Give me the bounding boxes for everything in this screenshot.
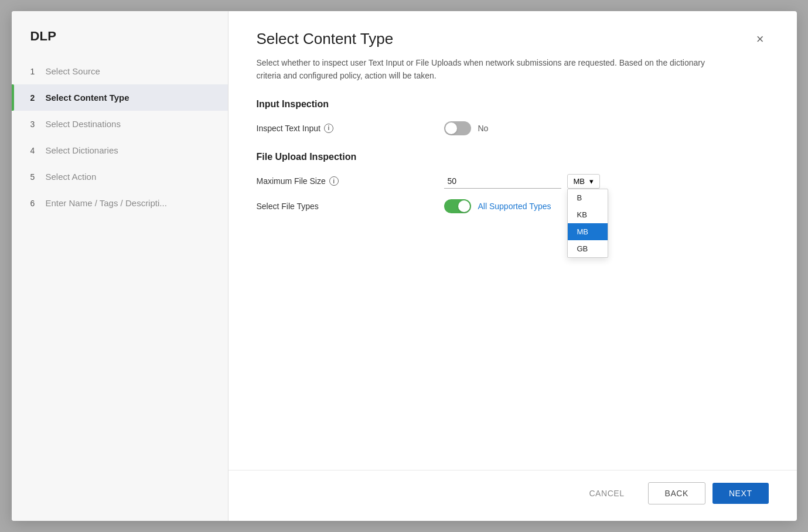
inspect-text-label: Inspect Text Input i: [257, 124, 444, 133]
sidebar-item-select-content-type[interactable]: 2 Select Content Type: [12, 84, 228, 111]
inspect-text-row: Inspect Text Input i No: [257, 121, 769, 135]
modal-header: Select Content Type ×: [229, 11, 797, 48]
sidebar-label-1: Select Source: [46, 66, 100, 76]
file-types-toggle-track: [444, 199, 471, 213]
step-num-3: 3: [30, 120, 40, 129]
cancel-button[interactable]: CANCEL: [572, 483, 640, 504]
max-file-size-label: Maximum File Size i: [257, 176, 444, 186]
step-num-5: 5: [30, 172, 40, 182]
step-num-6: 6: [30, 199, 40, 208]
all-supported-types-link[interactable]: All Supported Types: [478, 202, 551, 211]
sidebar-item-select-action[interactable]: 5 Select Action: [12, 163, 228, 190]
unit-dropdown: B KB MB GB: [567, 189, 608, 258]
unit-option-gb[interactable]: GB: [568, 240, 608, 257]
modal-title: Select Content Type: [257, 30, 394, 48]
modal-footer: CANCEL BACK NEXT: [229, 470, 797, 521]
file-upload-section: File Upload Inspection Maximum File Size…: [257, 152, 769, 213]
sidebar-item-select-destinations[interactable]: 3 Select Destinations: [12, 111, 228, 137]
modal: DLP 1 Select Source 2 Select Content Typ…: [12, 11, 797, 521]
step-num-4: 4: [30, 146, 40, 155]
unit-chevron-icon: ▾: [589, 177, 594, 186]
select-file-types-row: Select File Types All Supported Types: [257, 199, 769, 213]
close-button[interactable]: ×: [752, 30, 769, 48]
app-title: DLP: [12, 23, 228, 58]
max-file-size-info-icon[interactable]: i: [329, 176, 339, 186]
sidebar-label-3: Select Destinations: [46, 119, 121, 129]
max-file-size-input[interactable]: [444, 174, 561, 189]
unit-select-button[interactable]: MB ▾: [567, 174, 600, 189]
step-num-1: 1: [30, 67, 40, 76]
sidebar-label-5: Select Action: [46, 172, 97, 182]
inspect-text-toggle-thumb: [445, 122, 457, 134]
unit-option-b[interactable]: B: [568, 189, 608, 206]
sidebar-label-4: Select Dictionaries: [46, 145, 118, 155]
select-file-types-label: Select File Types: [257, 202, 444, 211]
inspect-text-status: No: [478, 124, 489, 133]
back-button[interactable]: BACK: [648, 482, 705, 504]
main-panel: Select Content Type × Select whether to …: [229, 11, 797, 521]
modal-overlay: DLP 1 Select Source 2 Select Content Typ…: [0, 0, 808, 532]
inspect-text-toggle[interactable]: [444, 121, 471, 135]
file-types-toggle[interactable]: [444, 199, 471, 213]
sidebar-item-select-dictionaries[interactable]: 4 Select Dictionaries: [12, 137, 228, 163]
sidebar-item-enter-name[interactable]: 6 Enter Name / Tags / Descripti...: [12, 190, 228, 216]
max-file-size-row: Maximum File Size i MB ▾ B KB: [257, 174, 769, 189]
unit-selected-label: MB: [574, 177, 585, 186]
sidebar-label-6: Enter Name / Tags / Descripti...: [46, 198, 167, 208]
sidebar: DLP 1 Select Source 2 Select Content Typ…: [12, 11, 229, 521]
inspect-text-toggle-track: [444, 121, 471, 135]
unit-option-kb[interactable]: KB: [568, 206, 608, 223]
unit-option-mb[interactable]: MB: [568, 223, 608, 240]
modal-description: Select whether to inspect user Text Inpu…: [229, 48, 756, 83]
sidebar-item-select-source[interactable]: 1 Select Source: [12, 58, 228, 84]
inspect-text-info-icon[interactable]: i: [324, 124, 333, 133]
unit-select-wrapper: MB ▾ B KB MB GB: [567, 174, 600, 189]
sidebar-label-2: Select Content Type: [46, 93, 129, 103]
main-body: Input Inspection Inspect Text Input i No: [229, 83, 797, 470]
input-inspection-title: Input Inspection: [257, 99, 769, 110]
file-types-toggle-thumb: [458, 200, 470, 212]
file-upload-title: File Upload Inspection: [257, 152, 769, 162]
next-button[interactable]: NEXT: [712, 483, 769, 504]
step-num-2: 2: [30, 93, 40, 103]
